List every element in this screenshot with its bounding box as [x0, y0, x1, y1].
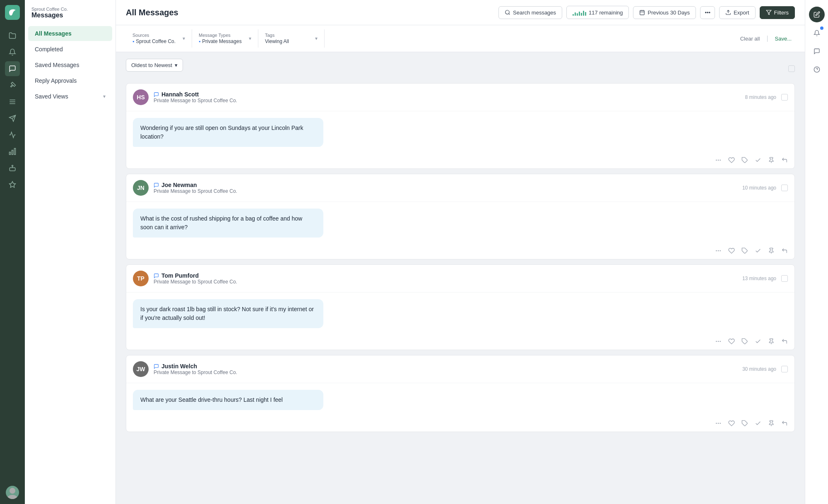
tags-chevron-icon: ▾ [315, 36, 318, 41]
calendar-icon [639, 10, 645, 15]
pm-icon [154, 273, 159, 278]
heart-icon[interactable] [728, 247, 735, 254]
chevron-down-icon: ▾ [103, 94, 106, 99]
export-icon [725, 10, 731, 15]
reply-icon[interactable] [781, 247, 788, 254]
messages-icon[interactable] [5, 61, 20, 76]
message-time: 8 minutes ago [745, 94, 776, 100]
save-filter-button[interactable]: Save... [772, 34, 795, 43]
tags-filter[interactable]: Tags Viewing All ▾ [258, 29, 325, 48]
heart-icon[interactable] [728, 157, 735, 163]
help-icon[interactable] [809, 62, 824, 77]
bell-icon[interactable] [5, 45, 20, 60]
search-button[interactable]: Search messages [498, 6, 562, 19]
sidebar-bottom [6, 486, 19, 499]
message-channel: Private Message to Sprout Coffee Co. [154, 279, 742, 285]
heart-icon[interactable] [728, 338, 735, 345]
tag-icon[interactable] [741, 157, 748, 163]
message-body: Wondering if you are still open on Sunda… [126, 111, 794, 154]
message-header: JN Joe Newman Private Message to Sprout … [126, 174, 794, 202]
main-content: All Messages Search messages 117 remaini… [116, 0, 805, 504]
analytics-icon[interactable] [5, 127, 20, 142]
message-checkbox[interactable] [781, 185, 788, 191]
user-avatar[interactable] [6, 486, 19, 499]
reply-icon[interactable] [781, 338, 788, 345]
svg-point-17 [505, 10, 509, 14]
message-author: Joe Newman [154, 182, 742, 188]
svg-rect-6 [10, 152, 11, 155]
pin-icon[interactable] [5, 78, 20, 93]
filters-button[interactable]: Filters [760, 6, 795, 19]
tag-icon[interactable] [741, 420, 748, 427]
support-chat-icon[interactable] [809, 44, 824, 59]
message-types-label: Message Types [199, 33, 246, 38]
message-time: 10 minutes ago [742, 185, 776, 191]
message-checkbox[interactable] [781, 94, 788, 101]
pin-message-icon[interactable] [768, 420, 775, 427]
send-icon[interactable] [5, 111, 20, 126]
clear-all-button[interactable]: Clear all [737, 34, 763, 43]
complete-icon[interactable] [755, 420, 761, 427]
tags-label: Tags [265, 33, 312, 38]
sources-value: ▪ Sprout Coffee Co. [132, 38, 179, 44]
svg-point-37 [720, 341, 720, 341]
bar-chart-icon[interactable] [5, 144, 20, 159]
pin-message-icon[interactable] [768, 338, 775, 345]
nav-item-saved-messages[interactable]: Saved Messages [28, 58, 112, 72]
logo[interactable] [5, 5, 20, 20]
pin-message-icon[interactable] [768, 157, 775, 163]
message-bubble: What is the cost of rushed shipping for … [133, 209, 323, 238]
svg-point-15 [10, 488, 15, 494]
svg-rect-8 [14, 149, 16, 155]
svg-marker-24 [766, 10, 771, 15]
company-name: Sprout Coffee Co. [31, 7, 109, 12]
remaining-button[interactable]: 117 remaining [566, 6, 629, 19]
more-actions-icon[interactable] [715, 157, 722, 163]
tag-icon[interactable] [741, 338, 748, 345]
complete-icon[interactable] [755, 338, 761, 345]
message-meta: Justin Welch Private Message to Sprout C… [154, 363, 742, 375]
heart-icon[interactable] [728, 420, 735, 427]
sort-dropdown[interactable]: Oldest to Newest ▾ [126, 59, 183, 72]
select-all-checkbox[interactable] [788, 65, 795, 72]
more-options-button[interactable]: ••• [700, 6, 715, 19]
compose-icon[interactable] [809, 7, 825, 22]
page-title: All Messages [126, 8, 178, 17]
message-channel: Private Message to Sprout Coffee Co. [154, 98, 745, 103]
message-bubble: Is your dark roast 1lb bag still in stoc… [133, 299, 323, 328]
message-header: JW Justin Welch Private Message to Sprou… [126, 355, 794, 383]
complete-icon[interactable] [755, 157, 761, 163]
message-checkbox[interactable] [781, 366, 788, 372]
nav-item-completed[interactable]: Completed [28, 42, 112, 57]
svg-rect-19 [640, 10, 645, 14]
more-actions-icon[interactable] [715, 338, 722, 345]
pin-message-icon[interactable] [768, 247, 775, 254]
list-icon[interactable] [5, 94, 20, 109]
message-types-filter[interactable]: Message Types ▪ Private Messages ▾ [192, 29, 258, 48]
message-author: Hannah Scott [154, 91, 745, 98]
more-actions-icon[interactable] [715, 247, 722, 254]
reply-icon[interactable] [781, 420, 788, 427]
star-icon[interactable] [5, 177, 20, 192]
folder-icon[interactable] [5, 28, 20, 43]
chart-icon [573, 9, 586, 16]
tag-icon[interactable] [741, 247, 748, 254]
svg-point-30 [716, 250, 717, 251]
svg-point-16 [7, 495, 17, 499]
more-actions-icon[interactable] [715, 420, 722, 427]
date-range-button[interactable]: Previous 30 Days [633, 6, 696, 19]
sources-filter[interactable]: Sources ▪ Sprout Coffee Co. ▾ [126, 29, 192, 48]
nav-item-all-messages[interactable]: All Messages [28, 26, 112, 41]
message-checkbox[interactable] [781, 275, 788, 282]
bot-icon[interactable] [5, 161, 20, 175]
svg-point-36 [718, 341, 718, 341]
notification-icon[interactable] [809, 26, 824, 41]
reply-icon[interactable] [781, 157, 788, 163]
pm-icon [154, 92, 159, 97]
complete-icon[interactable] [755, 247, 761, 254]
message-card: JN Joe Newman Private Message to Sprout … [126, 174, 795, 259]
nav-item-saved-views[interactable]: Saved Views ▾ [28, 89, 112, 104]
nav-item-reply-approvals[interactable]: Reply Approvals [28, 73, 112, 88]
export-button[interactable]: Export [719, 6, 756, 19]
message-meta: Tom Pumford Private Message to Sprout Co… [154, 272, 742, 285]
